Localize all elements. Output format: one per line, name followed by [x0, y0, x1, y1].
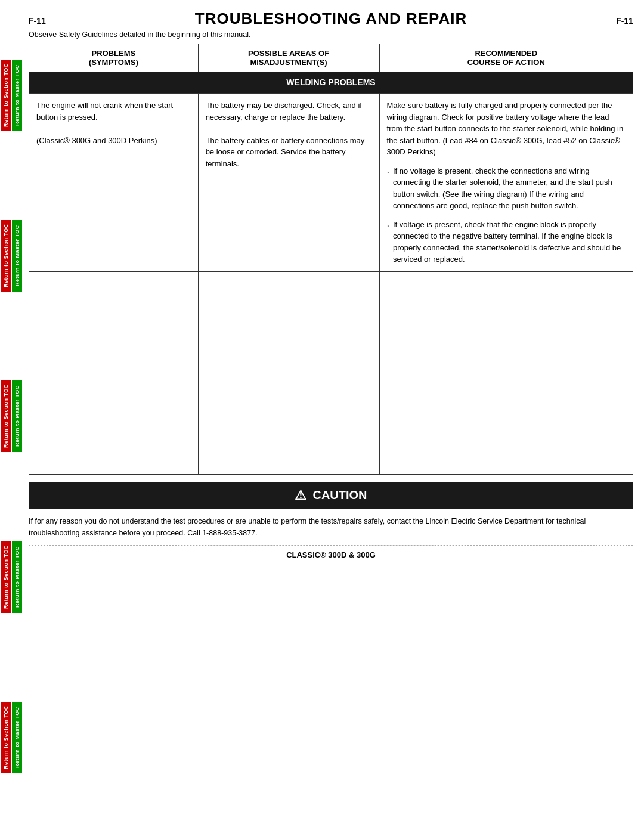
- recommended-para-1: Make sure battery is fully charged and p…: [387, 100, 626, 158]
- col-header-possible: POSSIBLE AREAS OF MISADJUSTMENT(S): [198, 44, 379, 72]
- return-master-toc-3[interactable]: Return to Master TOC: [12, 380, 22, 452]
- page-header: F-11 TROUBLESHOOTING AND REPAIR F-11: [29, 10, 633, 28]
- safety-note: Observe Safety Guidelines detailed in th…: [29, 30, 633, 39]
- caution-text: If for any reason you do not understand …: [29, 515, 633, 539]
- table-row: The engine will not crank when the start…: [29, 94, 633, 272]
- red-tab-column: Return to Section TOC Return to Section …: [0, 0, 11, 833]
- problems-cell: The engine will not crank when the start…: [29, 94, 199, 272]
- return-section-toc-4[interactable]: Return to Section TOC: [1, 541, 11, 613]
- page-wrapper: Return to Section TOC Return to Section …: [0, 0, 644, 833]
- possible-para-2: The battery cables or battery connection…: [206, 135, 372, 170]
- troubleshooting-table: PROBLEMS (SYMPTOMS) POSSIBLE AREAS OF MI…: [29, 44, 633, 475]
- col-header-recommended: RECOMMENDED COURSE OF ACTION: [379, 44, 633, 72]
- return-master-toc-4[interactable]: Return to Master TOC: [12, 541, 22, 613]
- caution-label: CAUTION: [312, 488, 367, 502]
- possible-cell: The battery may be discharged. Check, an…: [198, 94, 379, 272]
- footer-model: CLASSIC® 300D & 300G: [29, 550, 633, 559]
- return-master-toc-5[interactable]: Return to Master TOC: [12, 702, 22, 773]
- bullet-icon-1: ·: [387, 166, 389, 179]
- page-title: TROUBLESHOOTING AND REPAIR: [46, 10, 616, 28]
- empty-cell-3: [379, 271, 633, 474]
- caution-box: ⚠ CAUTION: [29, 482, 633, 509]
- empty-cell-1: [29, 271, 199, 474]
- empty-row: [29, 271, 633, 474]
- section-header-row: WELDING PROBLEMS: [29, 72, 633, 94]
- return-section-toc-2[interactable]: Return to Section TOC: [1, 220, 11, 292]
- empty-cell-2: [198, 271, 379, 474]
- section-header-cell: WELDING PROBLEMS: [29, 72, 633, 94]
- green-tab-column: Return to Master TOC Return to Master TO…: [11, 0, 23, 833]
- recommended-bullet-1-text: If no voltage is present, check the conn…: [393, 165, 626, 212]
- possible-para-1: The battery may be discharged. Check, an…: [206, 100, 372, 123]
- caution-triangle-icon: ⚠: [295, 488, 306, 503]
- return-master-toc-2[interactable]: Return to Master TOC: [12, 220, 22, 292]
- recommended-bullet-2-text: If voltage is present, check that the en…: [393, 219, 626, 265]
- page-number-right: F-11: [616, 16, 633, 26]
- main-content: F-11 TROUBLESHOOTING AND REPAIR F-11 Obs…: [23, 0, 644, 833]
- return-master-toc-1[interactable]: Return to Master TOC: [12, 60, 22, 131]
- return-section-toc-5[interactable]: Return to Section TOC: [1, 702, 11, 773]
- recommended-bullet-2: · If voltage is present, check that the …: [387, 219, 626, 265]
- left-sidebar: Return to Section TOC Return to Section …: [0, 0, 23, 833]
- bullet-icon-2: ·: [387, 219, 389, 233]
- recommended-cell: Make sure battery is fully charged and p…: [379, 94, 633, 272]
- return-section-toc-1[interactable]: Return to Section TOC: [1, 60, 11, 131]
- return-section-toc-3[interactable]: Return to Section TOC: [1, 380, 11, 452]
- recommended-bullet-1: · If no voltage is present, check the co…: [387, 165, 626, 212]
- page-number-left: F-11: [29, 16, 46, 26]
- footer-divider: [29, 545, 633, 546]
- table-header-row: PROBLEMS (SYMPTOMS) POSSIBLE AREAS OF MI…: [29, 44, 633, 72]
- col-header-problems: PROBLEMS (SYMPTOMS): [29, 44, 199, 72]
